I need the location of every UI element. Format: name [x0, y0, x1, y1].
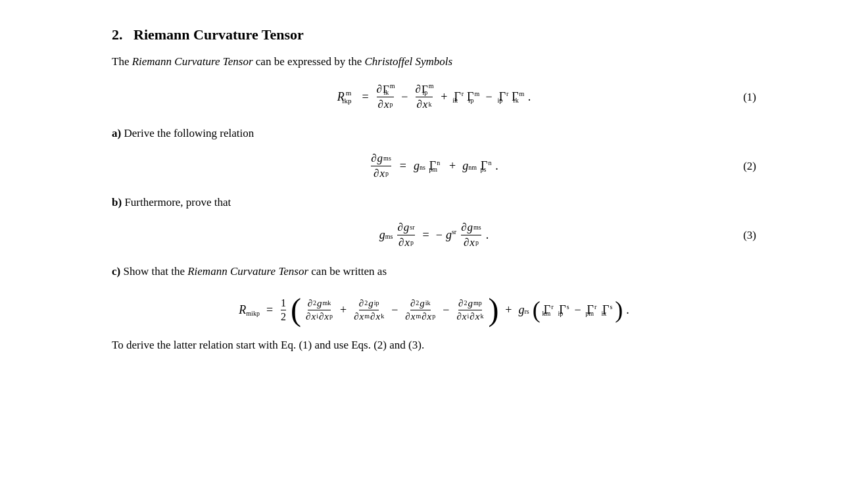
equation-1: Rmikp = ∂ Γmik ∂xp − ∂ — [337, 83, 531, 111]
part-b-label: b) Furthermore, prove that — [112, 196, 756, 209]
eq-number-3: (3) — [743, 229, 756, 242]
section-number: 2. — [112, 26, 123, 43]
equation-2: ∂gms ∂xp = gns Γnpm + gnm Γnps . — [370, 152, 498, 180]
intro-text: The Riemann Curvature Tensor can be expr… — [112, 55, 756, 68]
page-container: 2. Riemann Curvature Tensor The Riemann … — [72, 0, 796, 378]
section-heading: Riemann Curvature Tensor — [133, 26, 304, 43]
equation-3: gms ∂gsr ∂xp = − gsr ∂gms — [379, 221, 489, 249]
section-title: 2. Riemann Curvature Tensor — [112, 26, 756, 43]
eq-number-2: (2) — [743, 160, 756, 173]
part-a-label: a) Derive the following relation — [112, 127, 756, 140]
open-paren-big: ( — [291, 294, 301, 326]
open-paren-med: ( — [533, 298, 541, 322]
eq-number-1: (1) — [743, 91, 756, 104]
close-paren-med: ) — [615, 298, 623, 322]
close-paren-big: ) — [488, 294, 498, 326]
equation-1-block: Rmikp = ∂ Γmik ∂xp − ∂ — [112, 83, 756, 111]
footer-text: To derive the latter relation start with… — [112, 339, 756, 352]
equation-2-block: ∂gms ∂xp = gns Γnpm + gnm Γnps . (2) — [112, 152, 756, 180]
equation-3-block: gms ∂gsr ∂xp = − gsr ∂gms — [112, 221, 756, 249]
equation-4-block: Rmikp = 1 2 ( ∂2gmk ∂xi∂xp — [112, 294, 756, 326]
equation-4: Rmikp = 1 2 ( ∂2gmk ∂xi∂xp — [239, 294, 629, 326]
part-c-label: c) Show that the Riemann Curvature Tenso… — [112, 265, 756, 278]
